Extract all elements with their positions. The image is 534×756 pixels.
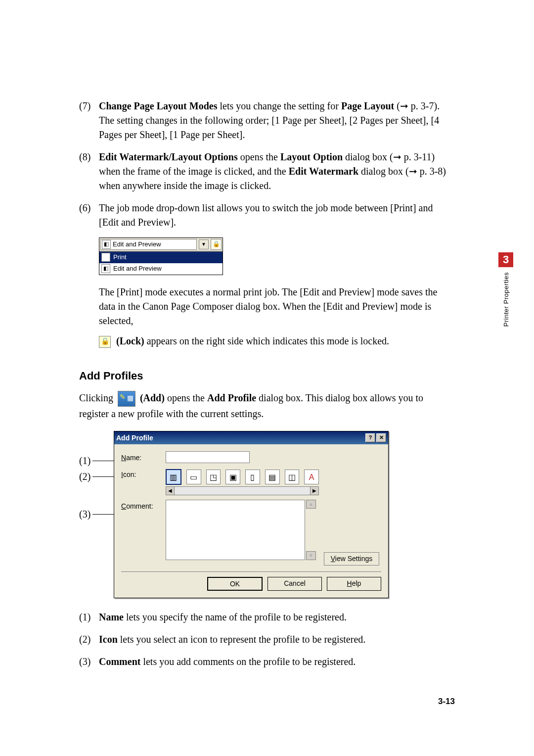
lock-bold: (Lock): [116, 335, 144, 346]
desc-3-num: (3): [79, 655, 99, 669]
comment-row: Comment: ▲ ▼: [121, 500, 381, 560]
comment-textarea[interactable]: [166, 500, 305, 560]
desc-2-rest: lets you select an icon to represent the…: [118, 634, 365, 645]
lock-icon[interactable]: 🔒: [211, 239, 222, 250]
para-8-text-1: opens the: [238, 151, 280, 162]
dialog-close-button[interactable]: ✕: [376, 433, 386, 442]
description-1: (1) Name lets you specify the name of th…: [79, 610, 455, 624]
scroll-right-icon[interactable]: ▶: [310, 486, 319, 495]
view-settings-button[interactable]: View Settings: [324, 552, 379, 565]
dropdown-item-edit-preview-label: Edit and Preview: [113, 264, 162, 274]
dropdown-option-list: 🖶 Print ◧ Edit and Preview: [99, 251, 222, 275]
chapter-number-badge: 3: [498, 252, 513, 267]
profile-icon-option-6[interactable]: ▤: [265, 470, 280, 484]
scroll-down-icon[interactable]: ▼: [306, 551, 316, 560]
dropdown-selected-row: ◧ Edit and Preview ▼ 🔒: [99, 238, 222, 251]
mode-explanation-text: The [Print] mode executes a normal print…: [99, 285, 455, 328]
icon-hscrollbar[interactable]: ◀ ▶: [166, 487, 319, 495]
para-7-bold-1: Change Page Layout Modes: [99, 100, 217, 111]
para-8-body: Edit Watermark/Layout Options opens the …: [99, 150, 455, 193]
view-settings-accel: V: [331, 555, 335, 563]
comment-vscrollbar[interactable]: ▲ ▼: [306, 500, 315, 560]
job-mode-dropdown-screenshot: ◧ Edit and Preview ▼ 🔒 🖶 Print ◧ Edit an…: [99, 237, 223, 275]
name-input[interactable]: [166, 451, 250, 463]
view-settings-rest: iew Settings: [335, 555, 372, 563]
job-mode-select[interactable]: ◧ Edit and Preview: [100, 239, 197, 250]
para-8-bold-2: Layout Option: [280, 151, 343, 162]
scroll-up-icon[interactable]: ▲: [306, 500, 316, 509]
para-7-bold-2: Page Layout: [341, 100, 394, 111]
dropdown-item-edit-preview[interactable]: ◧ Edit and Preview: [99, 263, 222, 275]
dropdown-item-print[interactable]: 🖶 Print: [99, 252, 222, 263]
side-tab: 3 Printer Properties: [498, 252, 513, 327]
icon-strip: ▥ ▭ ◳ ▣ ▯ ▤ ◫ A: [166, 468, 319, 486]
para-6-number: (6): [79, 201, 99, 230]
icon-label-rest: con:: [123, 471, 136, 478]
name-accel: N: [121, 454, 126, 462]
add-profile-dialog-figure: (1) (2) (3) Add Profile ? ✕: [79, 431, 455, 598]
desc-2-body: Icon lets you select an icon to represen…: [99, 632, 455, 647]
chapter-title-vertical: Printer Properties: [502, 272, 510, 327]
profile-icon-option-7[interactable]: ◫: [285, 470, 300, 484]
desc-3-rest: lets you add comments on the profile to …: [140, 656, 356, 667]
desc-1-body: Name lets you specify the name of the pr…: [99, 610, 455, 624]
scroll-track[interactable]: [175, 486, 310, 495]
dialog-help-button[interactable]: ?: [365, 433, 375, 442]
scroll-left-icon[interactable]: ◀: [166, 486, 175, 495]
callout-1: (1): [79, 453, 114, 470]
profile-icon-option-2[interactable]: ▭: [186, 470, 201, 484]
callout-2-line: [92, 476, 114, 477]
add-profiles-intro: Clicking (Add) opens the Add Profile dia…: [79, 391, 455, 421]
para-7-text-1: lets you change the setting for: [217, 100, 341, 111]
callout-column: (1) (2) (3): [79, 431, 114, 523]
para-8-bold-1: Edit Watermark/Layout Options: [99, 151, 238, 162]
page-number: 3-13: [438, 697, 455, 707]
help-button[interactable]: Help: [327, 577, 381, 591]
description-3: (3) Comment lets you add comments on the…: [79, 655, 455, 669]
add-profiles-heading: Add Profiles: [79, 368, 455, 384]
intro-bold-add-profile: Add Profile: [207, 392, 256, 403]
cancel-button[interactable]: Cancel: [267, 577, 322, 591]
para-6-body: The job mode drop-down list allows you t…: [99, 201, 455, 230]
callout-2-label: (2): [79, 470, 90, 484]
desc-1-bold: Name: [99, 612, 124, 622]
description-2: (2) Icon lets you select an icon to repr…: [79, 632, 455, 647]
comment-accel: C: [121, 502, 126, 510]
desc-2-num: (2): [79, 632, 99, 647]
callout-2: (2): [79, 469, 114, 485]
paragraph-6: (6) The job mode drop-down list allows y…: [79, 201, 455, 230]
main-content: (7) Change Page Layout Modes lets you ch…: [79, 99, 455, 669]
scroll-track[interactable]: [306, 509, 315, 551]
dialog-separator: [121, 571, 381, 572]
profile-icon-option-3[interactable]: ◳: [206, 470, 221, 484]
desc-1-rest: lets you specify the name of the profile…: [124, 612, 347, 622]
help-rest: elp: [352, 579, 361, 587]
icon-picker: ▥ ▭ ◳ ▣ ▯ ▤ ◫ A ◀: [166, 468, 319, 495]
profile-icon-option-1[interactable]: ▥: [166, 469, 181, 485]
intro-bold-add: (Add): [140, 392, 165, 403]
profile-icon-option-5[interactable]: ▯: [245, 470, 260, 484]
comment-label-rest: omment:: [126, 502, 153, 510]
document-page: 3 Printer Properties (7) Change Page Lay…: [0, 0, 534, 756]
icon-label: Icon:: [121, 468, 166, 479]
ok-button[interactable]: OK: [207, 577, 263, 591]
profile-icon-option-4[interactable]: ▣: [225, 470, 240, 484]
para-8-bold-3: Edit Watermark: [289, 166, 358, 177]
intro-mid: opens the: [165, 392, 207, 403]
paragraph-8: (8) Edit Watermark/Layout Options opens …: [79, 150, 455, 193]
edit-preview-icon: ◧: [102, 240, 111, 249]
chevron-down-icon[interactable]: ▼: [199, 239, 209, 249]
para-7-number: (7): [79, 99, 99, 142]
callout-3-label: (3): [79, 507, 90, 521]
para-7-body: Change Page Layout Modes lets you change…: [99, 99, 455, 142]
para-8-number: (8): [79, 150, 99, 193]
callout-3-line: [92, 514, 114, 515]
name-row: Name:: [121, 451, 381, 463]
intro-pre: Clicking: [79, 392, 116, 403]
job-mode-selected-label: Edit and Preview: [113, 240, 161, 249]
desc-3-body: Comment lets you add comments on the pro…: [99, 655, 455, 669]
lock-note: 🔒 (Lock) appears on the right side which…: [99, 334, 455, 348]
lock-icon: 🔒: [99, 336, 111, 348]
profile-icon-option-8[interactable]: A: [304, 470, 319, 484]
dialog-title: Add Profile: [116, 433, 364, 443]
